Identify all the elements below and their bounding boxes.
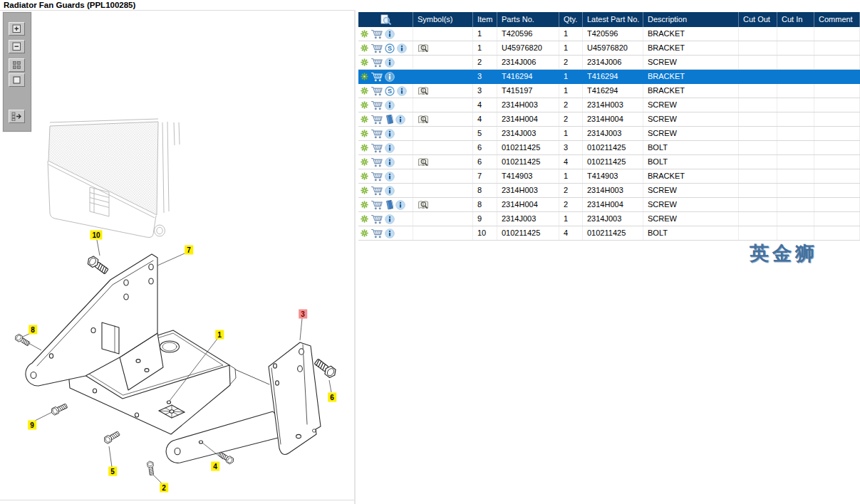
cell-description: BOLT: [643, 141, 739, 154]
callout-2[interactable]: 2: [160, 483, 168, 493]
book-icon[interactable]: [385, 115, 393, 125]
table-row[interactable]: S 4 2314H004 2 2314H004 SCREW: [358, 112, 860, 127]
add-to-cart-icon[interactable]: [371, 115, 383, 125]
settings-gear-icon[interactable]: [361, 229, 368, 237]
table-row[interactable]: S 3 T416294 1 T416294 BRACKET: [358, 70, 860, 84]
info-icon[interactable]: [397, 43, 407, 53]
settings-gear-icon[interactable]: [361, 73, 368, 80]
table-row[interactable]: S 7 T414903 1 T414903 BRACKET: [358, 169, 860, 184]
cell-cut-out: [739, 184, 777, 197]
settings-gear-icon[interactable]: [361, 87, 368, 95]
info-icon[interactable]: [385, 172, 395, 182]
substitute-badge-icon[interactable]: S: [385, 86, 395, 96]
settings-gear-icon[interactable]: [361, 130, 368, 137]
info-icon[interactable]: [385, 229, 395, 238]
catalog-lookup-icon[interactable]: [418, 115, 430, 125]
callout-8[interactable]: 8: [29, 325, 37, 335]
callout-4[interactable]: 4: [211, 462, 219, 471]
catalog-lookup-icon[interactable]: [418, 86, 430, 96]
thumbnail-grid-button[interactable]: [9, 58, 25, 72]
settings-gear-icon[interactable]: [361, 201, 368, 209]
callout-10[interactable]: 10: [90, 231, 102, 240]
table-row[interactable]: S 6 010211425 4 010211425 BOLT: [358, 155, 860, 169]
info-icon[interactable]: [385, 214, 395, 224]
cell-comment: [814, 70, 860, 83]
callout-3[interactable]: 3: [299, 310, 307, 319]
add-to-cart-icon[interactable]: [371, 186, 383, 196]
table-row[interactable]: S 2 2314J006 2 2314J006 SCREW: [358, 56, 860, 70]
substitute-badge-icon[interactable]: S: [385, 43, 395, 53]
add-to-cart-icon[interactable]: [371, 172, 383, 182]
info-icon[interactable]: [385, 143, 395, 153]
zoom-in-button[interactable]: [9, 22, 25, 36]
cell-item: 8: [473, 184, 497, 197]
cell-latest-part-no: T416294: [583, 84, 643, 98]
settings-gear-icon[interactable]: [361, 172, 368, 180]
info-icon[interactable]: [385, 72, 395, 82]
callout-7[interactable]: 7: [185, 246, 193, 255]
add-to-cart-icon[interactable]: [371, 129, 383, 139]
cell-symbols: [413, 212, 473, 226]
settings-gear-icon[interactable]: [361, 158, 368, 166]
catalog-lookup-icon[interactable]: [418, 43, 430, 53]
settings-gear-icon[interactable]: [361, 215, 368, 223]
info-icon[interactable]: [385, 157, 395, 167]
add-to-cart-icon[interactable]: [371, 100, 383, 110]
info-icon[interactable]: [385, 186, 395, 196]
settings-gear-icon[interactable]: [361, 58, 368, 66]
svg-text:S: S: [388, 88, 392, 95]
table-row[interactable]: S 1 T420596 1 T420596 BRACKET: [358, 27, 860, 41]
table-row[interactable]: S 6 010211425 3 010211425 BOLT: [358, 141, 860, 155]
cell-qty: 1: [559, 84, 583, 98]
add-to-cart-icon[interactable]: [371, 86, 383, 96]
cell-latest-part-no: 2314H004: [583, 112, 643, 126]
add-to-cart-icon[interactable]: [371, 157, 383, 167]
toggle-parts-list-button[interactable]: [9, 110, 25, 123]
callout-9[interactable]: 9: [28, 421, 36, 430]
table-row[interactable]: S 10 010211425 4 010211425 BOLT: [358, 226, 860, 241]
settings-gear-icon[interactable]: [361, 101, 368, 109]
table-row[interactable]: S 4 2314H003 2 2314H003 SCREW: [358, 98, 860, 112]
callout-6[interactable]: 6: [328, 393, 336, 402]
settings-gear-icon[interactable]: [361, 30, 368, 38]
zoom-out-button[interactable]: [9, 40, 25, 53]
add-to-cart-icon[interactable]: [371, 72, 383, 82]
cell-qty: 1: [559, 169, 583, 183]
table-row[interactable]: S 5 2314J003 1 2314J003 SCREW: [358, 127, 860, 141]
settings-gear-icon[interactable]: [361, 187, 368, 194]
cell-symbols: [413, 56, 473, 69]
catalog-lookup-icon[interactable]: [418, 200, 430, 210]
table-row[interactable]: S 1 U45976820 1 U45976820 BRACKET: [358, 41, 860, 56]
settings-gear-icon[interactable]: [361, 144, 368, 152]
parts-table-body: S 1 T420596 1 T420596 BRACKET: [358, 27, 860, 241]
info-icon[interactable]: [395, 200, 405, 210]
add-to-cart-icon[interactable]: [371, 200, 383, 210]
cell-parts-no: 2314J003: [497, 212, 559, 226]
book-icon[interactable]: [385, 200, 393, 210]
add-to-cart-icon[interactable]: [371, 143, 383, 153]
add-to-cart-icon[interactable]: [371, 43, 383, 53]
fit-page-button[interactable]: [9, 73, 25, 87]
table-row[interactable]: S 8 2314H004 2 2314H004 SCREW: [358, 198, 860, 212]
table-row[interactable]: S 8 2314H003 2 2314H003 SCREW: [358, 184, 860, 198]
add-to-cart-icon[interactable]: [371, 214, 383, 224]
info-icon[interactable]: [385, 58, 395, 68]
table-row[interactable]: S 3 T415197 1 T416294 BRACKET: [358, 84, 860, 98]
info-icon[interactable]: [385, 129, 395, 139]
settings-gear-icon[interactable]: [361, 115, 368, 123]
table-row[interactable]: S 9 2314J003 1 2314J003 SCREW: [358, 212, 860, 226]
cell-description: SCREW: [643, 56, 739, 69]
catalog-lookup-icon[interactable]: [418, 157, 430, 167]
add-to-cart-icon[interactable]: [371, 58, 383, 68]
info-icon[interactable]: [385, 100, 395, 110]
cell-qty: 1: [559, 127, 583, 140]
settings-gear-icon[interactable]: [361, 44, 368, 52]
add-to-cart-icon[interactable]: [371, 229, 383, 238]
info-icon[interactable]: [385, 29, 395, 39]
add-to-cart-icon[interactable]: [371, 29, 383, 39]
callout-5[interactable]: 5: [108, 467, 117, 476]
callout-1[interactable]: 1: [215, 330, 224, 340]
cell-item: 3: [473, 70, 497, 83]
info-icon[interactable]: [397, 86, 407, 96]
info-icon[interactable]: [395, 115, 405, 125]
